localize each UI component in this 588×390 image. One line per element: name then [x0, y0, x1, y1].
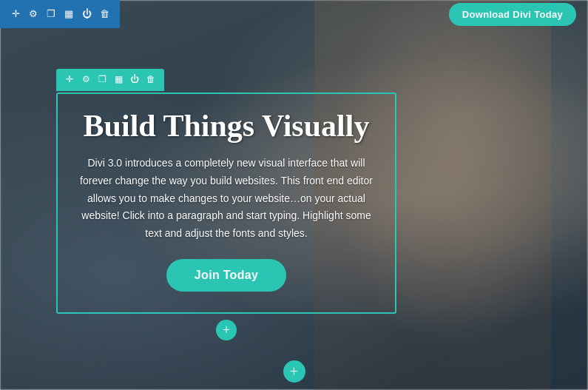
module-title: Build Things Visually [75, 109, 377, 143]
module-duplicate-icon[interactable]: ❐ [95, 73, 109, 87]
toolbar-power-icon[interactable]: ⏻ [78, 6, 95, 22]
toolbar-settings-icon[interactable]: ⚙ [25, 6, 41, 22]
cta-wrapper: Join Today [75, 259, 377, 292]
toolbar-move-icon[interactable]: ✛ [7, 6, 24, 22]
toolbar-duplicate-icon[interactable]: ❐ [43, 6, 59, 22]
add-below-wrapper: + [56, 320, 396, 340]
module-container: ✛ ⚙ ❐ ▦ ⏻ 🗑 Build Things Visually Divi 3… [56, 93, 396, 340]
module-body-text: Divi 3.0 introduces a completely new vis… [75, 155, 377, 243]
bottom-add-button[interactable]: + [283, 360, 305, 383]
module-toolbar: ✛ ⚙ ❐ ▦ ⏻ 🗑 [56, 69, 164, 91]
add-below-button[interactable]: + [216, 320, 237, 340]
main-content: ✛ ⚙ ❐ ▦ ⏻ 🗑 Build Things Visually Divi 3… [0, 0, 588, 390]
toolbar-trash-icon[interactable]: 🗑 [96, 6, 112, 22]
module-settings-icon[interactable]: ⚙ [78, 73, 93, 87]
module-grid-icon[interactable]: ▦ [111, 73, 126, 87]
module-move-icon[interactable]: ✛ [62, 73, 77, 87]
toolbar-left: ✛ ⚙ ❐ ▦ ⏻ 🗑 [0, 0, 120, 28]
module-power-icon[interactable]: ⏻ [127, 73, 142, 87]
module-border: ✛ ⚙ ❐ ▦ ⏻ 🗑 Build Things Visually Divi 3… [56, 93, 396, 314]
toolbar-right: Download Divi Today [449, 3, 588, 26]
module-trash-icon[interactable]: 🗑 [143, 73, 158, 87]
join-button[interactable]: Join Today [166, 259, 286, 292]
top-toolbar: ✛ ⚙ ❐ ▦ ⏻ 🗑 Download Divi Today [0, 0, 588, 28]
toolbar-grid-icon[interactable]: ▦ [61, 6, 77, 22]
download-button[interactable]: Download Divi Today [449, 3, 576, 26]
